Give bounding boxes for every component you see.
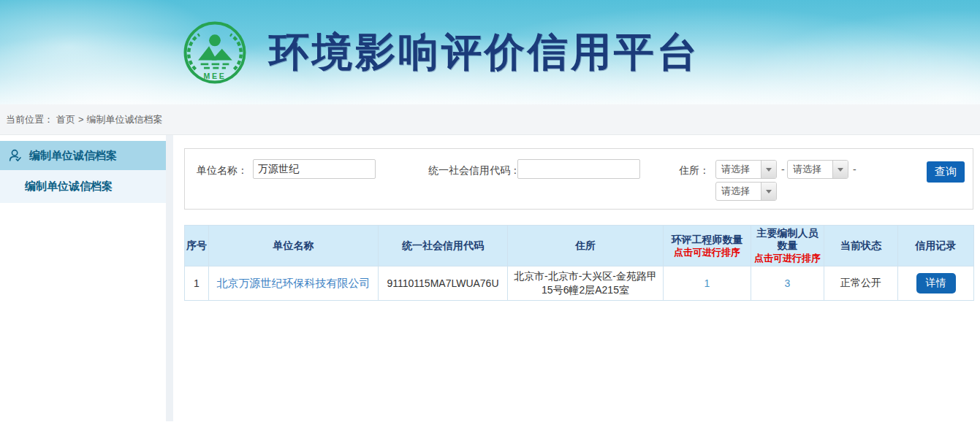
address-dash-2: - <box>853 164 856 175</box>
query-button[interactable]: 查询 <box>927 161 965 183</box>
sidebar-item-label: 编制单位诚信档案 <box>25 180 113 193</box>
sort-hint: 点击可进行排序 <box>664 246 750 258</box>
column-header-address: 住所 <box>508 226 664 266</box>
brand-area: MEE 环境影响评价信用平台 <box>0 0 980 104</box>
sidebar-section-credit-archive[interactable]: 编制单位诚信档案 <box>0 141 166 170</box>
chevron-down-icon <box>837 168 843 172</box>
company-name-input[interactable] <box>253 159 376 179</box>
cell-index: 1 <box>185 266 209 301</box>
table-header-row: 序号 单位名称 统一社会信用代码 住所 环评工程师数量 点击可进行排序 主要编制… <box>185 226 974 266</box>
svg-text:MEE: MEE <box>204 72 227 80</box>
mee-logo-icon: MEE <box>183 20 247 85</box>
city-select-value: 请选择 <box>788 161 832 178</box>
table-row: 1 北京万源世纪环保科技有限公司 91110115MA7LWUA76U 北京市-… <box>185 266 974 301</box>
detail-button[interactable]: 详情 <box>916 273 956 294</box>
engineer-count-link[interactable]: 1 <box>704 277 710 289</box>
column-header-credit-record: 信用记录 <box>898 226 974 266</box>
column-header-staff-count[interactable]: 主要编制人员数量 点击可进行排序 <box>751 226 824 266</box>
column-header-index: 序号 <box>185 226 209 266</box>
sidebar-section-label: 编制单位诚信档案 <box>29 149 117 163</box>
page-title: 环境影响评价信用平台 <box>269 26 700 80</box>
results-table: 序号 单位名称 统一社会信用代码 住所 环评工程师数量 点击可进行排序 主要编制… <box>184 225 974 301</box>
staff-count-link[interactable]: 3 <box>785 277 791 289</box>
column-header-staff-count-label: 主要编制人员数量 <box>752 227 823 252</box>
sort-hint: 点击可进行排序 <box>752 252 823 264</box>
province-select[interactable]: 请选择 <box>715 160 777 179</box>
column-header-status: 当前状态 <box>824 226 898 266</box>
address-dash-1: - <box>781 164 785 175</box>
column-header-engineer-count-label: 环评工程师数量 <box>664 234 750 246</box>
district-select-button[interactable] <box>761 183 776 200</box>
sidebar-divider <box>166 135 173 421</box>
city-select[interactable]: 请选择 <box>787 160 848 179</box>
site-banner: MEE 环境影响评价信用平台 <box>0 0 980 104</box>
breadcrumb-separator: > <box>78 114 84 125</box>
cell-address: 北京市-北京市-大兴区-金苑路甲15号6幢2层A215室 <box>508 266 664 301</box>
chevron-down-icon <box>766 168 772 172</box>
user-check-icon <box>7 147 23 164</box>
breadcrumb-current: 编制单位诚信档案 <box>87 114 163 125</box>
district-select[interactable]: 请选择 <box>715 182 777 201</box>
column-header-company: 单位名称 <box>209 226 379 266</box>
breadcrumb-label: 当前位置： <box>6 114 53 125</box>
chevron-down-icon <box>766 190 772 193</box>
cell-status: 正常公开 <box>824 266 898 301</box>
content-area: 编制单位诚信档案 编制单位诚信档案 单位名称： 统一社会信用代码： 住所： 请选… <box>0 135 980 421</box>
credit-code-input[interactable] <box>517 159 640 179</box>
city-select-button[interactable] <box>832 161 848 178</box>
cell-credit-code: 91110115MA7LWUA76U <box>379 266 508 301</box>
province-select-button[interactable] <box>761 161 776 178</box>
column-header-credit-code: 统一社会信用代码 <box>379 226 508 266</box>
company-link[interactable]: 北京万源世纪环保科技有限公司 <box>217 277 371 289</box>
address-label: 住所： <box>679 164 710 177</box>
breadcrumb: 当前位置：首页>编制单位诚信档案 <box>0 104 980 135</box>
breadcrumb-home-link[interactable]: 首页 <box>56 114 75 125</box>
sidebar: 编制单位诚信档案 编制单位诚信档案 <box>0 135 166 421</box>
search-panel: 单位名称： 统一社会信用代码： 住所： 请选择 - 请选择 - 请选择 <box>184 148 973 210</box>
sidebar-item-credit-archive[interactable]: 编制单位诚信档案 <box>0 170 166 203</box>
company-name-label: 单位名称： <box>197 164 248 177</box>
column-header-engineer-count[interactable]: 环评工程师数量 点击可进行排序 <box>664 226 751 266</box>
main-panel: 单位名称： 统一社会信用代码： 住所： 请选择 - 请选择 - 请选择 <box>173 135 980 421</box>
district-select-value: 请选择 <box>716 183 761 200</box>
credit-code-label: 统一社会信用代码： <box>428 164 520 177</box>
province-select-value: 请选择 <box>716 161 761 178</box>
